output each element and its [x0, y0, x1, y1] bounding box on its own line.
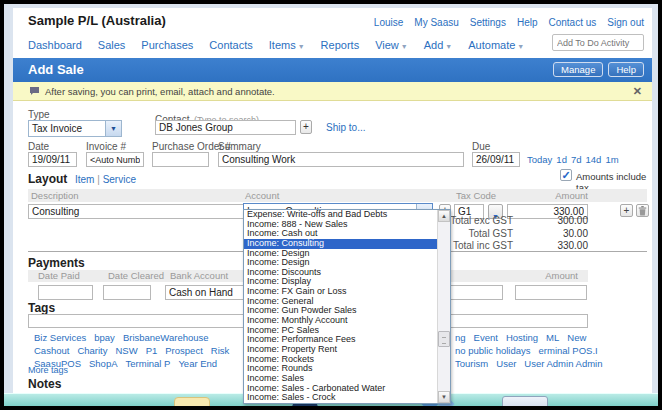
tag-link[interactable]: Risk [211, 345, 229, 356]
item-layout-link[interactable]: Item [75, 174, 94, 185]
nav-item[interactable]: Automate▼ [468, 39, 524, 51]
tag-link[interactable]: Charity [77, 345, 107, 356]
summary-label: Summary [218, 141, 261, 152]
tag-link[interactable]: New [567, 332, 586, 343]
nav-item[interactable]: View▼ [375, 39, 408, 51]
po-number-input[interactable] [152, 152, 209, 167]
type-select[interactable]: Tax Invoice ▼ [28, 120, 122, 137]
date-cleared-input[interactable] [103, 285, 151, 300]
org-title: Sample P/L (Australia) [28, 13, 166, 28]
account-link[interactable]: Contact us [548, 17, 596, 28]
add-line-button[interactable]: + [620, 204, 633, 217]
tag-link[interactable]: ng [455, 332, 466, 343]
due-label: Due [472, 141, 490, 152]
account-link[interactable]: Settings [470, 17, 506, 28]
payment-amount-input[interactable] [515, 285, 587, 300]
chevron-down-icon: ▼ [401, 43, 408, 50]
account-link[interactable]: Help [517, 17, 538, 28]
tag-link[interactable]: Cashout [34, 345, 69, 356]
tag-link[interactable]: BrisbaneWarehouse [123, 332, 209, 343]
tag-link[interactable]: NSW [115, 345, 137, 356]
screenshot-frame: Sample P/L (Australia) LouiseMy SaasuSet… [0, 0, 662, 410]
more-tags-link[interactable]: More tags [28, 365, 68, 375]
scroll-down-icon[interactable]: ▼ [438, 391, 450, 403]
account-dropdown-list: Expense: Write-offs and Bad DebtsIncome:… [244, 210, 437, 403]
nav-item[interactable]: Items▼ [269, 39, 305, 51]
tag-cloud-right: ngEventHostingMLNewno public holidayserm… [455, 332, 607, 369]
tag-link[interactable]: P1 [146, 345, 158, 356]
due-quick-link[interactable]: 14d [586, 154, 602, 165]
description-input[interactable] [28, 204, 249, 219]
due-quick-link[interactable]: 1m [605, 154, 618, 165]
tag-link[interactable]: ShopA [89, 358, 118, 369]
scroll-up-icon[interactable]: ▲ [438, 210, 450, 222]
contact-input[interactable] [155, 120, 296, 135]
tag-link[interactable]: Hosting [506, 332, 538, 343]
tag-link[interactable]: Year End [178, 358, 217, 369]
nav-item[interactable]: Reports [321, 39, 360, 51]
tag-link[interactable]: erminal POS.I [539, 345, 598, 356]
type-label: Type [28, 109, 50, 120]
tag-link[interactable]: Terminal P [126, 358, 171, 369]
column-description: Description [31, 190, 79, 201]
notice-text: After saving, you can print, email, atta… [45, 86, 275, 97]
main-nav: DashboardSalesPurchasesContactsItems▼Rep… [28, 39, 524, 51]
account-links: LouiseMy SaasuSettingsHelpContact usSign… [374, 17, 644, 28]
due-quick-link[interactable]: Today [527, 154, 552, 165]
notice-bar: After saving, you can print, email, atta… [13, 82, 652, 101]
layout-links: Item | Service [75, 174, 136, 185]
account-dropdown: Expense: Write-offs and Bad DebtsIncome:… [243, 209, 451, 404]
tag-link[interactable]: Prospect [165, 345, 203, 356]
date-label: Date [28, 141, 49, 152]
taskbar-icon[interactable] [502, 396, 548, 406]
tag-link[interactable]: User Admin Admin [524, 358, 602, 369]
due-quick-link[interactable]: 7d [571, 154, 582, 165]
chevron-down-icon[interactable]: ▼ [105, 121, 121, 136]
service-layout-link[interactable]: Service [103, 174, 136, 185]
scrollbar-thumb[interactable] [438, 331, 450, 347]
tag-link[interactable]: Event [474, 332, 498, 343]
nav-item[interactable]: Sales [98, 39, 126, 51]
todo-activity-input[interactable] [552, 34, 644, 51]
account-link[interactable]: Louise [374, 17, 403, 28]
line-items-header: Description Account Tax Code Amount [28, 189, 647, 202]
due-quick-link[interactable]: 1d [556, 154, 567, 165]
tag-link[interactable]: no public holidays [455, 345, 531, 356]
tag-link[interactable]: Biz Services [34, 332, 86, 343]
notes-title: Notes [28, 377, 61, 391]
dropdown-scrollbar[interactable]: ▲ ▼ [437, 210, 450, 403]
close-icon[interactable]: ✕ [633, 85, 642, 97]
tag-cloud-left: Biz ServicesbpayBrisbaneWarehouseCashout… [34, 332, 250, 369]
taskbar-icon[interactable] [174, 397, 210, 406]
amounts-include-tax-checkbox[interactable]: ✓ [560, 169, 572, 181]
due-date-input[interactable] [472, 152, 520, 167]
manage-button[interactable]: Manage [553, 62, 603, 77]
column-account: Account [245, 190, 279, 201]
tag-link[interactable]: User [496, 358, 516, 369]
nav-item[interactable]: Dashboard [28, 39, 82, 51]
account-link[interactable]: My Saasu [414, 17, 458, 28]
due-quick-links: Today1d7d14d1m [527, 154, 619, 165]
account-option[interactable]: Income: Sales - Crock [244, 393, 437, 403]
browser-viewport: Sample P/L (Australia) LouiseMy SaasuSet… [4, 4, 658, 406]
trash-icon[interactable] [636, 204, 649, 217]
tag-link[interactable]: bpay [94, 332, 115, 343]
ship-to-link[interactable]: Ship to... [326, 122, 365, 133]
speech-bubble-icon [29, 86, 40, 96]
nav-item[interactable]: Contacts [209, 39, 252, 51]
chevron-down-icon: ▼ [517, 43, 524, 50]
account-link[interactable]: Sign out [607, 17, 644, 28]
invoice-number-input[interactable] [86, 152, 144, 167]
summary-input[interactable] [218, 152, 464, 167]
help-button[interactable]: Help [608, 62, 644, 77]
column-date-cleared: Date Cleared [108, 270, 164, 281]
payment-reference-input[interactable] [450, 285, 503, 300]
payments-title: Payments [28, 256, 85, 270]
nav-item[interactable]: Purchases [141, 39, 193, 51]
nav-item[interactable]: Add▼ [424, 39, 453, 51]
date-paid-input[interactable] [38, 285, 93, 300]
tag-link[interactable]: Tourism [455, 358, 488, 369]
add-contact-button[interactable]: + [300, 120, 312, 134]
tag-link[interactable]: ML [546, 332, 559, 343]
date-input[interactable] [28, 152, 77, 167]
